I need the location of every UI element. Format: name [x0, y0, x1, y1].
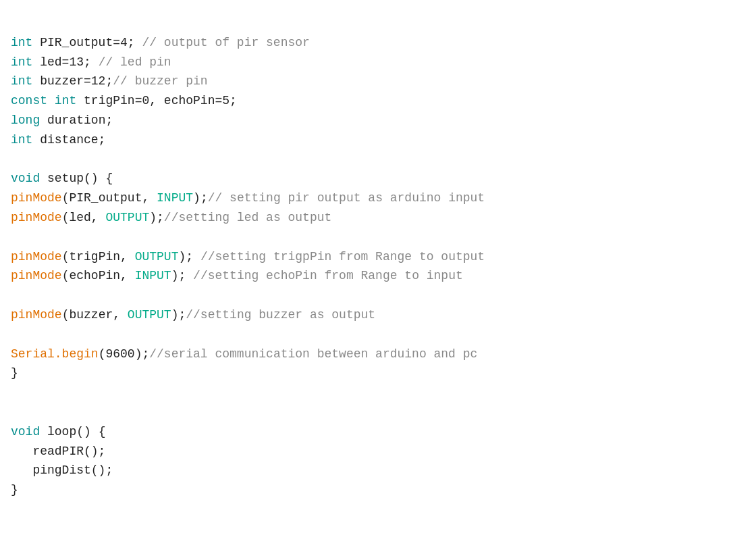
line-23: pingDist();	[11, 463, 113, 477]
line-22: readPIR();	[11, 445, 105, 458]
line-24: }	[11, 483, 18, 497]
line-13: pinMode(echoPin, INPUT); //setting echoP…	[11, 269, 463, 282]
line-12: pinMode(trigPin, OUTPUT); //setting trig…	[11, 250, 485, 263]
line-10: pinMode(led, OUTPUT);//setting led as ou…	[11, 211, 331, 224]
code-editor: int PIR_output=4; // output of pir senso…	[11, 14, 745, 500]
line-3: int buzzer=12;// buzzer pin	[11, 74, 208, 88]
line-17: Serial.begin(9600);//serial communicatio…	[11, 347, 477, 361]
line-2: int led=13; // led pin	[11, 55, 171, 69]
line-18: }	[11, 366, 18, 380]
line-8: void setup() {	[11, 172, 113, 185]
line-9: pinMode(PIR_output, INPUT);// setting pi…	[11, 191, 485, 205]
line-15: pinMode(buzzer, OUTPUT);//setting buzzer…	[11, 308, 375, 322]
line-6: int distance;	[11, 133, 105, 147]
line-4: const int trigPin=0, echoPin=5;	[11, 94, 237, 107]
line-5: long duration;	[11, 114, 113, 127]
line-1: int PIR_output=4; // output of pir senso…	[11, 36, 310, 49]
line-21: void loop() {	[11, 425, 105, 438]
